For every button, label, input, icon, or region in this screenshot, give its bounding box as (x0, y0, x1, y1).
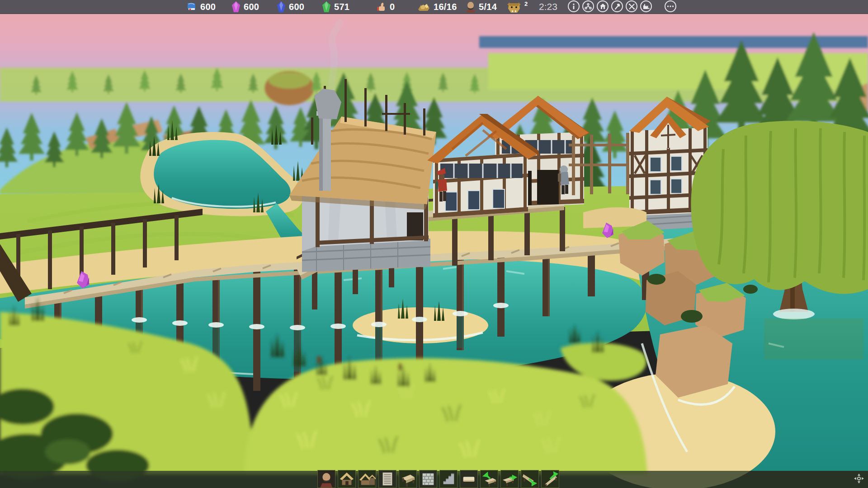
menu-buttons (568, 0, 676, 12)
crystal-icon (277, 1, 286, 13)
build-button[interactable] (611, 0, 623, 12)
resource-value: 5/14 (479, 2, 497, 12)
industry-button[interactable] (640, 0, 652, 12)
slot-blueprint-panel[interactable] (378, 470, 396, 488)
resource-knowledge: 600 (186, 0, 216, 14)
pan-camera-icon[interactable] (854, 473, 864, 486)
resource-population: 5/14 (466, 0, 497, 14)
resource-blue-crystal: 600 (277, 0, 304, 14)
gold-pile-icon (417, 1, 430, 12)
resource-value: 600 (289, 2, 304, 12)
slot-platform-arrow-up-left[interactable] (480, 470, 498, 488)
resource-value: 2 (524, 0, 528, 7)
info-button[interactable] (568, 0, 580, 12)
slot-platform-arrow-right[interactable] (500, 470, 519, 488)
home-button[interactable] (597, 0, 609, 12)
game-viewport[interactable] (0, 0, 868, 488)
crystal-icon (322, 1, 331, 13)
resource-value: 571 (334, 2, 349, 12)
resource-value: 16/16 (434, 2, 457, 12)
more-button[interactable] (665, 0, 676, 12)
tools-button[interactable] (626, 0, 637, 12)
game-timer: 2:23 (539, 0, 557, 14)
slot-thatched-house-alt[interactable] (358, 470, 376, 488)
top-resource-bar: 600 600 600 571 (0, 0, 868, 14)
resource-green-crystal: 571 (322, 0, 349, 14)
build-toolbar (317, 470, 559, 488)
slot-villager-portrait[interactable] (317, 470, 335, 488)
resource-approval: 0 (377, 0, 395, 14)
game-screen: 600 600 600 571 (0, 0, 868, 488)
villager-icon (466, 1, 476, 13)
slot-ramp-arrow-up[interactable] (541, 470, 559, 488)
slot-stone-stairs[interactable] (439, 470, 458, 488)
resource-value: 600 (200, 2, 216, 12)
resource-pink-crystal: 600 (231, 0, 259, 14)
slot-thatched-house[interactable] (338, 470, 356, 488)
book-icon (186, 2, 197, 12)
resource-gold: 16/16 (417, 0, 457, 14)
research-tree-button[interactable] (582, 0, 594, 12)
resource-value: 0 (390, 2, 395, 12)
slot-floor-tile[interactable] (460, 470, 478, 488)
resource-enemies: 2 (507, 0, 528, 14)
slot-stone-brick-wall[interactable] (419, 470, 437, 488)
thumbs-up-icon (377, 2, 387, 12)
slot-ramp-arrow-down[interactable] (521, 470, 539, 488)
resource-value: 600 (244, 2, 259, 12)
slot-wooden-platform[interactable] (399, 470, 417, 488)
crystal-icon (231, 1, 241, 13)
orc-icon (507, 0, 521, 13)
